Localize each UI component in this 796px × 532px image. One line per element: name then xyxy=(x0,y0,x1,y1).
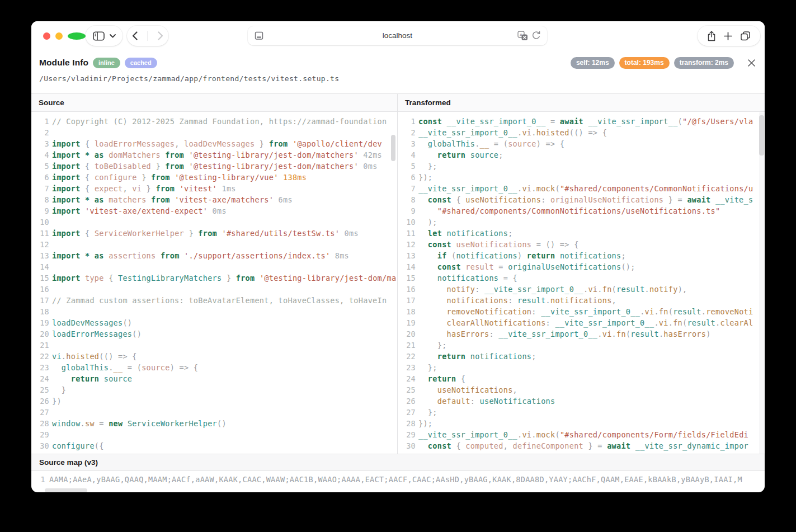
code-line: 25 } xyxy=(31,384,397,396)
transformed-scrollbar-thumb[interactable] xyxy=(759,115,764,156)
line-content: loadErrorMessages() xyxy=(52,328,142,340)
line-content: return notifications; xyxy=(418,351,536,362)
source-code[interactable]: 1// Copyright (C) 2012-2025 Zammad Found… xyxy=(31,112,397,454)
code-line: 12 xyxy=(31,239,397,250)
code-line: 30configure({ xyxy=(31,440,397,451)
line-number: 27 xyxy=(398,407,416,418)
sidebar-toggle-button[interactable] xyxy=(86,26,123,46)
line-number: 10 xyxy=(398,216,416,228)
code-line: 18 xyxy=(31,306,397,317)
line-number: 27 xyxy=(31,407,49,418)
line-number: 15 xyxy=(398,272,416,284)
line-number: 5 xyxy=(31,161,49,172)
line-number: 17 xyxy=(398,295,416,306)
line-number: 22 xyxy=(31,351,49,362)
line-content: // Copyright (C) 2012-2025 Zammad Founda… xyxy=(52,116,387,127)
address-bar[interactable]: localhost A xyxy=(248,26,547,45)
line-content: return { xyxy=(418,373,465,384)
window-close-button[interactable] xyxy=(43,32,50,40)
line-content: clearAllNotifications: __vite_ssr_import… xyxy=(418,317,753,328)
line-number: 7 xyxy=(398,183,416,194)
line-number: 6 xyxy=(31,172,49,183)
line-number: 26 xyxy=(31,396,49,407)
line-content: removeNotification: __vite_ssr_import_0_… xyxy=(418,306,753,317)
code-line: 20loadErrorMessages() xyxy=(31,328,397,340)
inline-badge: inline xyxy=(93,58,120,68)
line-number: 28 xyxy=(31,418,49,429)
line-number: 21 xyxy=(398,340,416,351)
line-content: import { toBeDisabled } from '@testing-l… xyxy=(52,161,378,172)
code-line: 14 xyxy=(31,261,397,272)
browser-window: localhost A xyxy=(31,21,765,492)
line-number: 6 xyxy=(398,172,416,183)
line-content: }; xyxy=(418,161,437,172)
share-button[interactable] xyxy=(707,31,716,41)
timing-badges: self: 12ms total: 193ms transform: 2ms xyxy=(571,57,734,69)
back-button[interactable] xyxy=(132,31,138,40)
line-content: globalThis.__ = (source) => { xyxy=(418,138,564,149)
line-content: import 'vitest-axe/extend-expect' 0ms xyxy=(52,205,227,216)
line-number: 17 xyxy=(31,295,49,306)
line-number: 14 xyxy=(31,261,49,272)
line-number: 24 xyxy=(31,373,49,384)
code-line: 28}); xyxy=(398,418,765,429)
line-content: return source xyxy=(52,373,132,384)
forward-button[interactable] xyxy=(158,31,163,40)
line-number: 29 xyxy=(31,429,49,440)
sourcemap-title: Source map (v3) xyxy=(39,458,98,467)
reload-button[interactable] xyxy=(531,31,541,41)
code-line: 28window.sw = new ServiceWorkerHelper() xyxy=(31,418,397,429)
tab-overview-button[interactable] xyxy=(740,31,751,41)
line-content: const __vite_ssr_import_0__ = await __vi… xyxy=(418,116,753,127)
source-scrollbar-thumb[interactable] xyxy=(391,135,395,161)
line-number: 3 xyxy=(398,138,416,149)
sidebar-icon xyxy=(93,31,105,41)
code-line: 12 const useNotifications = () => { xyxy=(398,239,765,250)
line-number: 25 xyxy=(398,384,416,396)
code-line: 19loadDevMessages() xyxy=(31,317,397,328)
module-path: /Users/vladimir/Projects/zammad/app/fron… xyxy=(39,74,339,83)
transformed-code[interactable]: 1const __vite_ssr_import_0__ = await __v… xyxy=(398,112,765,454)
code-line: 9 "#shared/components/CommonNotification… xyxy=(398,205,765,216)
line-content: }; xyxy=(418,407,437,418)
code-line: 27 }; xyxy=(398,407,765,418)
chevron-right-icon xyxy=(158,31,163,40)
code-line: 15import type { TestingLibraryMatchers }… xyxy=(31,272,397,284)
line-content: }; xyxy=(418,340,447,351)
line-content: } xyxy=(52,384,66,396)
code-line: 6import { configure } from '@testing-lib… xyxy=(31,172,397,183)
line-content: import * as matchers from 'vitest-axe/ma… xyxy=(52,194,293,205)
code-line: 29 xyxy=(31,429,397,440)
line-number: 26 xyxy=(398,396,416,407)
line-content: const useNotifications = () => { xyxy=(418,239,579,250)
share-icon xyxy=(707,31,716,41)
line-content: __vite_ssr_import_0__.vi.mock("#shared/c… xyxy=(418,183,753,194)
line-content: // Zammad custom assertions: toBeAvatarE… xyxy=(52,295,387,306)
window-minimize-button[interactable] xyxy=(55,32,63,40)
source-panel-title: Source xyxy=(39,98,64,107)
transformed-scrollbar-track[interactable] xyxy=(759,112,764,454)
line-content: }) xyxy=(52,396,62,407)
new-tab-button[interactable] xyxy=(724,32,732,40)
url-text[interactable]: localhost xyxy=(248,31,547,40)
window-zoom-button[interactable] xyxy=(68,32,86,40)
sourcemap-header: Source map (v3) xyxy=(31,454,765,471)
code-line: 17 notifications: result.notifications, xyxy=(398,295,765,306)
divider xyxy=(147,31,148,41)
transformed-panel: Transformed 1const __vite_ssr_import_0__… xyxy=(398,94,765,454)
close-button[interactable] xyxy=(747,58,756,67)
line-content: let notifications; xyxy=(418,228,513,239)
line-number: 22 xyxy=(398,351,416,362)
line-content: notifications = { xyxy=(418,272,517,284)
line-content: __vite_ssr_import_0__.vi.mock("#shared/c… xyxy=(418,429,748,440)
line-number: 4 xyxy=(31,149,49,161)
line-content: vi.hoisted(() => { xyxy=(52,351,137,362)
line-number: 2 xyxy=(398,127,416,138)
line-number: 4 xyxy=(398,149,416,161)
code-line: 11import { ServiceWorkerHelper } from '#… xyxy=(31,228,397,239)
code-line: 5import { toBeDisabled } from '@testing-… xyxy=(31,161,397,172)
horizontal-scrollbar-thumb[interactable] xyxy=(45,488,87,492)
translate-badge-icon[interactable]: A xyxy=(517,31,528,41)
code-line: 23 }; xyxy=(398,362,765,373)
line-number: 15 xyxy=(31,272,49,284)
